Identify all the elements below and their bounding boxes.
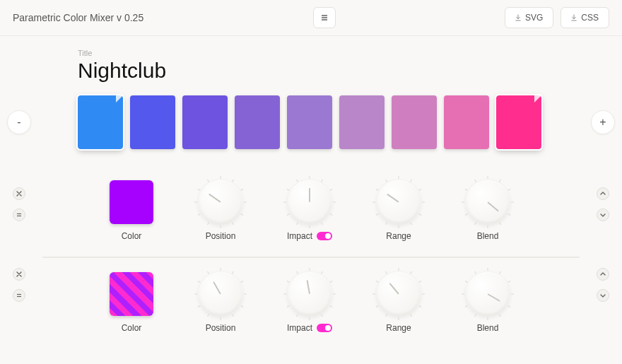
knob-label: Range [386,231,411,241]
move-layer-down-button[interactable] [597,209,609,221]
swatch-6[interactable] [392,95,437,149]
swatch-1[interactable] [130,95,175,149]
dog-ear-icon [116,95,123,102]
knob[interactable] [288,272,331,316]
knob-label-text: Impact [287,323,312,333]
chevron-up-icon [600,271,606,277]
knob[interactable] [466,180,510,224]
knob-label-text: Position [206,323,236,333]
knob-cell-blend: Blend [462,180,513,241]
knob-label-text: Range [386,323,411,333]
layer-left-controls [13,187,25,221]
swatches [78,95,541,149]
toggle-thumb [325,325,331,331]
knob[interactable] [199,180,242,224]
color-chip[interactable] [110,180,153,224]
delete-layer-button[interactable] [13,268,25,281]
knob-label: Impact [287,323,332,333]
knob[interactable] [466,272,510,316]
layer-0: ColorPositionImpactRangeBlend [42,177,580,252]
layer-right-controls [597,187,609,221]
remove-swatch-button[interactable]: - [7,110,31,134]
export-css-label: CSS [581,13,599,23]
knob-label: Blend [477,323,499,333]
drag-icon [16,212,22,218]
title-block: Title [78,49,580,83]
drag-layer-handle[interactable] [13,209,25,221]
layer-body: ColorPositionImpactRangeBlend [106,180,580,241]
chevron-down-icon [600,212,606,218]
knob[interactable] [377,180,421,224]
swatch-2[interactable] [182,95,228,149]
knob-pointer [309,188,310,202]
knob-label: Position [206,231,236,241]
knob-cell-position: Position [195,272,246,333]
drag-icon [16,293,22,298]
close-icon [16,271,22,277]
impact-toggle[interactable] [317,324,332,332]
swatch-7[interactable] [444,95,489,149]
swatch-5[interactable] [339,95,385,149]
main: Title - + ColorPositionImpactRangeBlendC… [0,36,622,344]
title-input[interactable] [78,59,346,83]
color-cell: Color [106,180,157,241]
knob[interactable] [199,272,242,316]
move-layer-up-button[interactable] [597,268,609,281]
knob-label: Range [386,323,411,333]
knob-label-text: Blend [477,323,499,333]
knob-cell-position: Position [195,180,246,241]
export-buttons: SVG CSS [505,7,609,28]
swatch-0[interactable] [78,95,123,149]
swatch-area: - + [42,95,580,149]
knob-label-text: Impact [287,231,312,241]
knob-label: Impact [287,231,332,241]
add-swatch-button[interactable]: + [591,110,615,134]
move-layer-up-button[interactable] [597,187,609,200]
knob-cell-impact: Impact [284,272,335,333]
dog-ear-icon [534,95,541,102]
layer-1: ColorPositionImpactRangeBlend [42,257,580,344]
color-label: Color [122,323,142,333]
download-icon [571,14,577,21]
layer-right-controls [597,268,609,302]
title-hint: Title [78,49,580,57]
knob[interactable] [377,272,421,316]
knob-label-text: Position [206,231,236,241]
layer-body: ColorPositionImpactRangeBlend [106,272,580,333]
knob-cell-range: Range [373,272,424,333]
knob-label-text: Range [386,231,411,241]
swatch-8[interactable] [496,95,541,149]
menu-button[interactable] [313,7,336,28]
color-cell: Color [106,272,157,333]
drag-layer-handle[interactable] [13,289,25,302]
close-icon [16,191,22,196]
swatch-3[interactable] [235,95,280,149]
layer-left-controls [13,268,25,302]
download-icon [515,14,521,21]
color-chip[interactable] [110,272,153,316]
swatch-4[interactable] [287,95,332,149]
knob[interactable] [288,180,331,224]
export-svg-label: SVG [525,13,543,23]
app-title: Parametric Color Mixer v 0.25 [13,12,143,23]
plus-icon: + [599,116,606,129]
move-layer-down-button[interactable] [597,289,609,302]
hamburger-icon [320,13,329,22]
knob-cell-range: Range [373,180,424,241]
toggle-thumb [325,233,331,239]
delete-layer-button[interactable] [13,187,25,200]
knob-label-text: Blend [477,231,499,241]
knob-cell-blend: Blend [462,272,513,333]
knob-cell-impact: Impact [284,180,335,241]
header-center [143,7,505,28]
chevron-up-icon [600,191,606,196]
color-label: Color [122,231,142,241]
minus-icon: - [17,116,20,129]
layers: ColorPositionImpactRangeBlendColorPositi… [42,177,580,344]
knob-label: Blend [477,231,499,241]
header: Parametric Color Mixer v 0.25 SVG CSS [0,0,622,36]
export-css-button[interactable]: CSS [561,7,609,28]
knob-label: Position [206,323,236,333]
impact-toggle[interactable] [317,232,332,240]
export-svg-button[interactable]: SVG [505,7,553,28]
